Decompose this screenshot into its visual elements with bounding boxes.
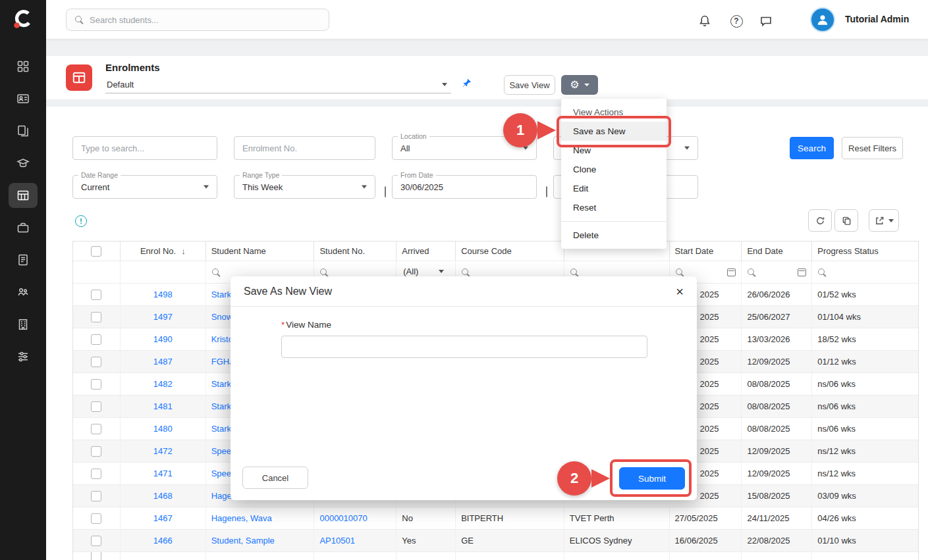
row-checkbox[interactable] — [91, 290, 101, 300]
search-input[interactable] — [90, 15, 321, 25]
student-name-link[interactable]: Student, Sample — [211, 536, 275, 546]
view-select[interactable]: Default — [105, 76, 451, 93]
enrol-no-link[interactable]: 1467 — [153, 513, 173, 523]
covered-cell: ELICOS Sydney — [564, 530, 669, 551]
export-button[interactable] — [869, 209, 899, 232]
sidebar-item-finance[interactable] — [9, 247, 38, 272]
row-checkbox[interactable] — [91, 357, 101, 367]
sidebar-item-dashboard[interactable] — [9, 54, 38, 79]
info-icon[interactable]: ! — [75, 215, 87, 227]
from-date-label: From Date — [398, 171, 436, 179]
date-range-label: Date Range — [78, 171, 121, 179]
sidebar-item-enrolments[interactable] — [9, 183, 38, 208]
enrol-no-link[interactable]: 1471 — [153, 469, 173, 478]
column-filter-icon[interactable] — [817, 268, 827, 277]
column-filter-icon[interactable] — [319, 268, 329, 277]
sidebar-item-organisation[interactable] — [9, 312, 38, 337]
select-all-checkbox[interactable] — [91, 246, 101, 257]
student-name-link[interactable]: Kristo — [211, 334, 233, 344]
sidebar-item-agents[interactable] — [9, 280, 38, 305]
row-checkbox[interactable] — [91, 312, 101, 322]
enrol-no-link[interactable]: 1487 — [153, 357, 173, 367]
finance-icon — [16, 253, 30, 267]
sort-desc-icon[interactable]: ↓ — [181, 246, 186, 256]
sidebar-item-applications[interactable] — [9, 118, 38, 143]
header-arrived[interactable]: Arrived — [396, 242, 455, 261]
menu-item-reset[interactable]: Reset — [561, 198, 667, 217]
refresh-button[interactable] — [808, 209, 832, 232]
enrol-no-link[interactable]: 1490 — [153, 334, 173, 344]
date-range-select[interactable]: Date Range Current — [72, 175, 217, 199]
enrol-no-link[interactable]: 1482 — [153, 379, 173, 389]
student-no-link[interactable]: 0000010070 — [319, 513, 367, 523]
menu-item-delete[interactable]: Delete — [561, 226, 667, 245]
enrol-no-link[interactable]: 1472 — [153, 446, 173, 456]
sidebar-item-settings[interactable] — [9, 344, 38, 369]
end-date-cell: 08/08/2025 — [741, 373, 811, 395]
column-filter-icon[interactable] — [747, 268, 756, 277]
arrived-cell — [396, 552, 455, 560]
search-button[interactable]: Search — [790, 137, 834, 159]
header-progress-status[interactable]: Progress Status — [811, 242, 918, 261]
row-checkbox[interactable] — [91, 424, 101, 434]
sidebar-item-services[interactable] — [9, 215, 38, 240]
enrol-no-link[interactable]: 1466 — [153, 536, 173, 546]
header-student-no[interactable]: Student No. — [314, 242, 396, 261]
annotation-arrow-2 — [591, 469, 610, 488]
row-checkbox[interactable] — [91, 379, 101, 390]
column-filter-icon[interactable] — [461, 268, 470, 277]
help-button[interactable]: ? — [728, 13, 744, 29]
refresh-icon — [815, 216, 825, 226]
app-logo[interactable] — [0, 0, 46, 39]
row-checkbox[interactable] — [91, 536, 101, 546]
row-checkbox[interactable] — [91, 334, 101, 345]
notifications-button[interactable] — [697, 13, 713, 29]
student-name-link[interactable]: Hagenes, Wava — [211, 513, 272, 523]
reset-filters-button[interactable]: Reset Filters — [842, 137, 903, 159]
row-checkbox[interactable] — [91, 491, 101, 501]
table-row-partial — [73, 552, 918, 560]
sidebar-item-students[interactable] — [9, 86, 38, 111]
student-no-link[interactable]: AP10501 — [319, 536, 355, 546]
chat-button[interactable] — [758, 13, 774, 29]
keyword-search-input[interactable] — [72, 136, 217, 160]
copy-button[interactable] — [834, 209, 858, 232]
header-course-code[interactable]: Course Code — [455, 242, 564, 261]
from-date-field[interactable]: From Date 30/06/2025 — [392, 175, 537, 199]
row-checkbox[interactable] — [91, 552, 101, 560]
row-checkbox[interactable] — [91, 513, 101, 524]
sidebar-item-courses[interactable] — [9, 151, 38, 176]
header-enrol-no[interactable]: Enrol No. ↓ — [120, 242, 205, 261]
enrol-no-link[interactable]: 1498 — [153, 290, 173, 299]
menu-item-clone[interactable]: Clone — [561, 160, 667, 179]
view-name-input[interactable] — [281, 336, 647, 358]
calendar-icon[interactable] — [727, 268, 736, 276]
enrol-no-link[interactable]: 1481 — [153, 401, 173, 411]
header-end-date[interactable]: End Date — [741, 242, 811, 261]
enrol-no-link[interactable]: 1468 — [153, 491, 173, 501]
enrol-no-link[interactable]: 1497 — [153, 312, 173, 322]
row-checkbox[interactable] — [91, 446, 101, 457]
range-type-select[interactable]: Range Type This Week — [234, 175, 375, 199]
pin-view-button[interactable] — [461, 78, 474, 91]
arrived-cell: Yes — [396, 530, 455, 551]
column-filter-icon[interactable] — [211, 268, 221, 277]
save-view-button[interactable]: Save View — [504, 75, 555, 95]
menu-item-edit[interactable]: Edit — [561, 179, 667, 198]
cancel-button[interactable]: Cancel — [242, 467, 308, 489]
filter-cell-progress — [811, 261, 918, 283]
view-actions-button[interactable]: ⚙ — [561, 75, 598, 95]
calendar-icon[interactable] — [798, 268, 806, 276]
row-checkbox[interactable] — [91, 401, 101, 412]
column-filter-icon[interactable] — [570, 268, 579, 277]
arrived-cell: No — [396, 507, 455, 529]
close-icon[interactable]: × — [676, 285, 684, 298]
enrolment-no-input[interactable] — [234, 136, 375, 160]
header-start-date[interactable]: Start Date — [669, 242, 742, 261]
header-student-name[interactable]: Student Name — [205, 242, 314, 261]
select-all-cell — [73, 242, 120, 261]
user-avatar[interactable] — [810, 7, 835, 32]
column-filter-icon[interactable] — [675, 268, 684, 277]
enrol-no-link[interactable]: 1480 — [153, 424, 173, 434]
row-checkbox[interactable] — [91, 469, 101, 479]
